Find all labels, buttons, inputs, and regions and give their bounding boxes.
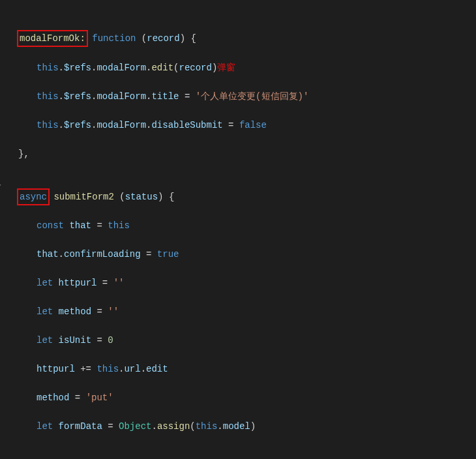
code-line: this.$refs.modalForm.disableSubmit = fal…	[0, 118, 476, 132]
code-line: let isUnit = 0	[0, 333, 476, 348]
code-line: let httpurl = ''	[0, 276, 476, 290]
highlight-box: modalFormOk:	[17, 30, 88, 47]
code-line: this.$refs.modalForm.title = '个人单位变更(短信回…	[0, 89, 476, 104]
code-line: that.confirmLoading = true	[0, 247, 476, 261]
chevron-down-icon[interactable]: ⌄	[0, 177, 1, 191]
code-line: httpurl += this.url.edit	[0, 362, 476, 376]
code-line: let method = ''	[0, 304, 476, 319]
code-line: method = 'put'	[0, 391, 476, 405]
code-line: modalFormOk: function (record) {	[0, 31, 476, 46]
gutter-icons: ⌄	[0, 177, 1, 191]
code-line: let formData = Object.assign(this.model)	[0, 419, 476, 434]
code-editor: modalFormOk: function (record) { this.$r…	[0, 0, 476, 459]
highlight-box: async	[17, 188, 50, 205]
code-line: async submitForm2 (status) {	[0, 190, 476, 204]
code-line: this.$refs.modalForm.edit(record)弹窗	[0, 60, 476, 75]
code-line	[0, 448, 476, 459]
code-line: const that = this	[0, 218, 476, 233]
annotation-text: 弹窗	[217, 62, 235, 72]
code-line: },	[0, 147, 476, 161]
